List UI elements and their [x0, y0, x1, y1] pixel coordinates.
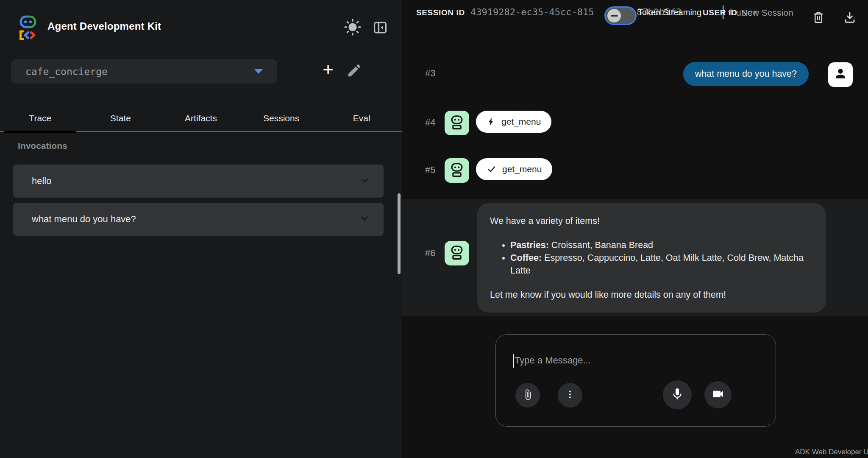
app-footer-label: ADK Web Developer UI [795, 448, 868, 456]
download-icon [843, 11, 857, 24]
edit-agent-button[interactable] [344, 60, 364, 81]
collapse-panel-icon [372, 20, 388, 36]
delete-session-button[interactable] [810, 9, 826, 25]
tab-eval[interactable]: Eval [321, 105, 402, 131]
tab-artifacts[interactable]: Artifacts [161, 105, 241, 131]
paperclip-icon [522, 389, 534, 402]
minus-icon [611, 15, 618, 17]
export-session-button[interactable] [842, 9, 858, 25]
user-message-bubble[interactable]: what menu do you have? [683, 62, 809, 86]
microphone-icon [670, 387, 684, 402]
menu-list: Pastries: Croissant, Banana Bread Coffee… [490, 239, 813, 277]
bullet-text: Espresso, Cappuccino, Latte, Oat Milk La… [510, 253, 804, 276]
adk-web-ui: Agent Development Kit cafe_concierge + T… [0, 0, 868, 458]
new-session-button[interactable]: New Session [741, 8, 793, 18]
text-cursor [513, 354, 514, 368]
invocations-heading: Invocations [18, 141, 67, 151]
session-toolbar: SESSION ID 43919282-ec35-45cc-815 87b0b5… [402, 0, 868, 32]
lightning-bolt-icon [487, 117, 496, 126]
tab-state[interactable]: State [81, 105, 161, 131]
menu-bullet: Coffee: Espresso, Cappuccino, Latte, Oat… [510, 251, 813, 277]
more-options-button[interactable] [558, 383, 582, 408]
tool-name: get_menu [501, 117, 541, 127]
event-id[interactable]: #6 [425, 248, 435, 259]
bot-avatar [445, 111, 469, 135]
invocation-label: hello [32, 176, 51, 187]
collapse-sidebar-button[interactable] [371, 19, 389, 36]
bot-avatar [445, 241, 469, 265]
tab-sessions[interactable]: Sessions [241, 105, 322, 131]
theme-toggle-button[interactable] [342, 16, 364, 38]
video-camera-icon [711, 387, 725, 402]
session-id-label: SESSION ID [416, 8, 465, 17]
bullet-label: Pastries: [510, 240, 549, 250]
robot-icon [448, 243, 466, 263]
session-id-value: 43919282-ec35-45cc-815 [470, 7, 594, 17]
tool-name: get_menu [502, 164, 542, 174]
chevron-down-icon [359, 175, 370, 187]
toggle-thumb [607, 9, 621, 22]
tool-call-chip[interactable]: get_menu [476, 111, 551, 133]
agent-select-dropdown[interactable]: cafe_concierge [11, 59, 277, 84]
bot-avatar [445, 158, 469, 183]
microphone-button[interactable] [663, 380, 692, 409]
message-input[interactable]: Type a Message... [495, 334, 776, 427]
event-id[interactable]: #4 [425, 117, 435, 128]
chevron-down-icon [359, 213, 370, 226]
plus-icon: + [727, 5, 735, 19]
video-call-button[interactable] [704, 381, 732, 408]
sidebar: Agent Development Kit cafe_concierge + T… [0, 0, 402, 458]
person-icon [833, 66, 848, 83]
message-input-placeholder: Type a Message... [515, 355, 591, 366]
invocation-item-hello[interactable]: hello [13, 165, 384, 198]
add-session-button[interactable]: + [317, 59, 339, 81]
tab-trace[interactable]: Trace [0, 105, 81, 131]
more-vert-icon [565, 389, 576, 402]
user-avatar [828, 62, 853, 87]
tool-result-chip[interactable]: get_menu [476, 158, 552, 180]
robot-icon [448, 113, 466, 133]
bullet-label: Coffee: [510, 253, 542, 263]
token-streaming-label: Token Streaming [638, 8, 701, 17]
checkmark-icon [487, 164, 497, 174]
message-intro: We have a variety of items! [490, 215, 813, 227]
bullet-text: Croissant, Banana Bread [549, 240, 653, 250]
pencil-icon [346, 62, 362, 78]
menu-bullet: Pastries: Croissant, Banana Bread [510, 239, 813, 251]
event-id[interactable]: #3 [425, 68, 435, 79]
adk-logo-icon [14, 13, 42, 42]
token-streaming-toggle[interactable] [604, 6, 637, 25]
event-id[interactable]: #5 [425, 165, 435, 176]
attach-file-button[interactable] [515, 383, 540, 408]
sidebar-tabs: Trace State Artifacts Sessions Eval [0, 105, 402, 132]
invocation-label: what menu do you have? [32, 214, 136, 225]
message-outro: Let me know if you would like more detai… [490, 288, 813, 301]
sidebar-scrollbar[interactable] [398, 193, 401, 274]
agent-select-value: cafe_concierge [25, 66, 108, 77]
chevron-down-icon [254, 69, 263, 74]
robot-icon [448, 160, 466, 181]
text-cursor [723, 6, 723, 19]
trash-icon [812, 11, 825, 24]
app-title: Agent Development Kit [47, 20, 161, 32]
sun-icon [343, 17, 362, 37]
invocation-item-menu[interactable]: what menu do you have? [13, 203, 384, 236]
bot-message-bubble[interactable]: We have a variety of items! Pastries: Cr… [477, 203, 826, 313]
